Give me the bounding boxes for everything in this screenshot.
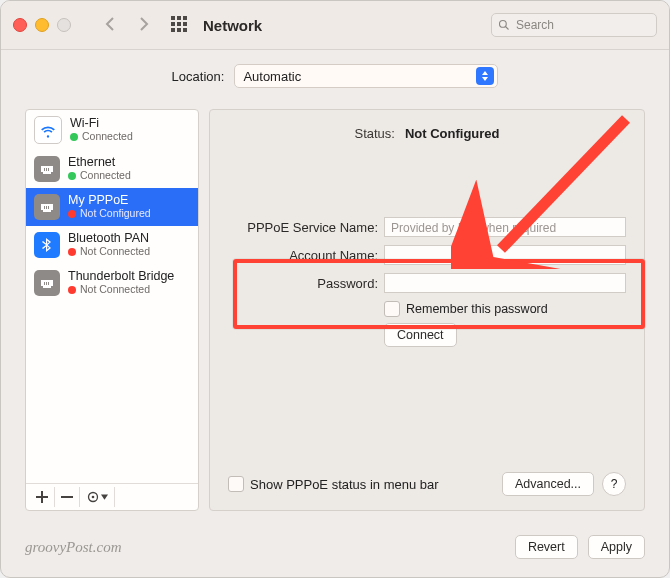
status-row: Status: Not Configured [228, 126, 626, 141]
svg-rect-1 [177, 16, 181, 20]
show-status-row: Show PPPoE status in menu bar [228, 476, 439, 492]
show-status-checkbox[interactable] [228, 476, 244, 492]
advanced-button[interactable]: Advanced... [502, 472, 594, 496]
service-item-bluetooth-pan[interactable]: Bluetooth PANNot Connected [26, 226, 198, 264]
back-button[interactable] [103, 16, 119, 35]
location-select[interactable]: Automatic [234, 64, 498, 88]
search-field[interactable]: Search [491, 13, 657, 37]
service-text: Thunderbolt BridgeNot Connected [68, 270, 174, 295]
svg-rect-7 [177, 28, 181, 32]
forward-button[interactable] [135, 16, 151, 35]
search-icon [498, 19, 510, 31]
zoom-button[interactable] [57, 18, 71, 32]
remember-password-row: Remember this password [384, 301, 626, 317]
remember-password-checkbox[interactable] [384, 301, 400, 317]
traffic-lights [13, 18, 71, 32]
pppoe-service-input[interactable]: Provided by ISP when required [384, 217, 626, 237]
service-status: Not Connected [68, 246, 150, 258]
service-name: Wi-Fi [70, 117, 133, 131]
service-status: Connected [70, 131, 133, 143]
service-status-text: Connected [80, 170, 131, 182]
svg-rect-11 [61, 496, 73, 498]
bottombar: groovyPost.com Revert Apply [25, 535, 645, 559]
service-text: My PPPoENot Configured [68, 194, 151, 219]
password-row: Password: [228, 273, 626, 293]
stepper-arrows-icon [476, 67, 494, 85]
password-label: Password: [228, 276, 384, 291]
service-item-wi-fi[interactable]: Wi-FiConnected [26, 110, 198, 150]
svg-line-10 [506, 27, 509, 30]
service-status: Not Connected [68, 284, 174, 296]
svg-point-9 [500, 21, 507, 28]
wifi-icon [34, 116, 62, 144]
remove-service-button[interactable] [55, 487, 80, 507]
service-list: Wi-FiConnectedEthernetConnectedMy PPPoEN… [25, 109, 199, 511]
service-name: Thunderbolt Bridge [68, 270, 174, 284]
service-text: Bluetooth PANNot Connected [68, 232, 150, 257]
status-dot-icon [68, 248, 76, 256]
svg-rect-6 [171, 28, 175, 32]
svg-rect-3 [171, 22, 175, 26]
svg-rect-4 [177, 22, 181, 26]
location-row: Location: Automatic [1, 50, 669, 100]
service-status-text: Not Configured [80, 208, 151, 220]
connect-button[interactable]: Connect [384, 323, 457, 347]
nav-arrows [103, 16, 151, 35]
show-all-icon[interactable] [171, 16, 187, 35]
bluetooth-icon [34, 232, 60, 258]
ethernet-icon [34, 270, 60, 296]
service-status: Connected [68, 170, 131, 182]
detail-panel: Status: Not Configured PPPoE Service Nam… [209, 109, 645, 511]
service-item-thunderbolt-bridge[interactable]: Thunderbolt BridgeNot Connected [26, 264, 198, 302]
service-actions-menu[interactable] [80, 487, 115, 507]
titlebar: Network Search [1, 1, 669, 50]
status-dot-icon [68, 172, 76, 180]
svg-rect-0 [171, 16, 175, 20]
account-name-input[interactable] [384, 245, 626, 265]
status-dot-icon [68, 286, 76, 294]
account-name-row: Account Name: [228, 245, 626, 265]
service-name: Ethernet [68, 156, 131, 170]
status-dot-icon [70, 133, 78, 141]
status-value: Not Configured [405, 126, 500, 141]
location-value: Automatic [243, 69, 301, 84]
service-text: EthernetConnected [68, 156, 131, 181]
service-status: Not Configured [68, 208, 151, 220]
service-status-text: Connected [82, 131, 133, 143]
svg-rect-8 [183, 28, 187, 32]
service-item-ethernet[interactable]: EthernetConnected [26, 150, 198, 188]
account-name-label: Account Name: [228, 248, 384, 263]
location-label: Location: [172, 69, 225, 84]
service-name: My PPPoE [68, 194, 151, 208]
revert-button[interactable]: Revert [515, 535, 578, 559]
search-placeholder: Search [516, 18, 554, 32]
show-status-label: Show PPPoE status in menu bar [250, 477, 439, 492]
svg-rect-2 [183, 16, 187, 20]
status-dot-icon [68, 210, 76, 218]
window-title: Network [203, 17, 262, 34]
svg-rect-5 [183, 22, 187, 26]
help-button[interactable]: ? [602, 472, 626, 496]
svg-point-13 [91, 496, 94, 499]
connect-row: Connect [384, 323, 626, 347]
service-item-my-pppoe[interactable]: My PPPoENot Configured [26, 188, 198, 226]
service-text: Wi-FiConnected [70, 117, 133, 142]
network-preferences-window: Network Search Location: Automatic Wi-Fi… [0, 0, 670, 578]
service-status-text: Not Connected [80, 284, 150, 296]
ethernet-icon [34, 194, 60, 220]
status-label: Status: [354, 126, 394, 141]
pppoe-service-label: PPPoE Service Name: [228, 220, 384, 235]
service-status-text: Not Connected [80, 246, 150, 258]
apply-button[interactable]: Apply [588, 535, 645, 559]
minimize-button[interactable] [35, 18, 49, 32]
sidebar-footer [26, 483, 198, 510]
password-input[interactable] [384, 273, 626, 293]
watermark-text: groovyPost.com [25, 539, 122, 556]
service-name: Bluetooth PAN [68, 232, 150, 246]
pppoe-service-row: PPPoE Service Name: Provided by ISP when… [228, 217, 626, 237]
remember-password-label: Remember this password [406, 302, 548, 316]
add-service-button[interactable] [30, 487, 55, 507]
ethernet-icon [34, 156, 60, 182]
close-button[interactable] [13, 18, 27, 32]
